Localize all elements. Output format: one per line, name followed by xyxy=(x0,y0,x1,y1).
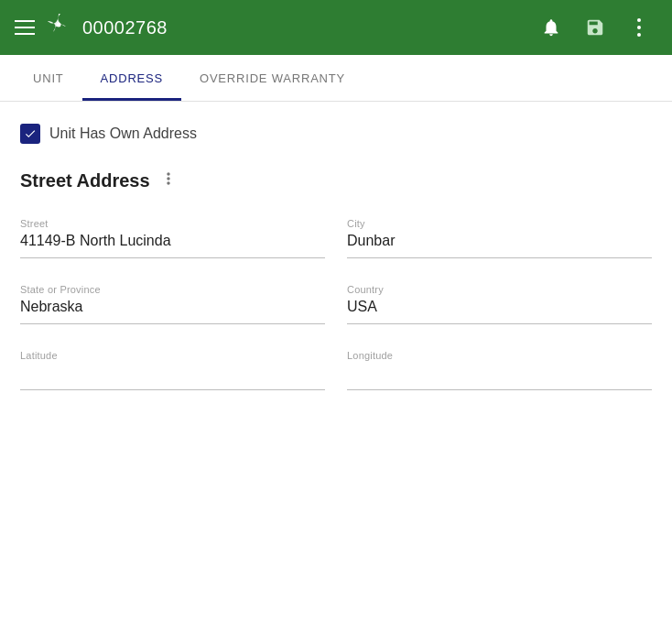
notification-button[interactable] xyxy=(533,9,569,46)
street-address-title: Street Address xyxy=(20,170,150,191)
state-label: State or Province xyxy=(20,284,325,295)
latitude-label: Latitude xyxy=(20,350,325,361)
longitude-field: Longitude xyxy=(347,350,652,390)
unit-own-address-row: Unit Has Own Address xyxy=(20,124,652,144)
address-form: Street 41149-B North Lucinda City Dunbar… xyxy=(20,218,652,416)
street-field: Street 41149-B North Lucinda xyxy=(20,218,325,258)
header-right xyxy=(533,9,657,46)
country-label: Country xyxy=(347,284,652,295)
more-options-button[interactable] xyxy=(621,9,657,46)
country-value[interactable]: USA xyxy=(347,299,652,324)
header-id: 00002768 xyxy=(82,17,168,38)
unit-own-address-checkbox[interactable] xyxy=(20,124,40,144)
longitude-label: Longitude xyxy=(347,350,652,361)
header-left: 00002768 xyxy=(15,12,533,43)
city-field: City Dunbar xyxy=(347,218,652,258)
city-label: City xyxy=(347,218,652,229)
main-content: Unit Has Own Address Street Address Stre… xyxy=(0,102,672,438)
state-field: State or Province Nebraska xyxy=(20,284,325,324)
tab-bar: UNIT ADDRESS OVERRIDE WARRANTY xyxy=(0,55,672,102)
tab-override-warranty[interactable]: OVERRIDE WARRANTY xyxy=(181,55,363,101)
menu-button[interactable] xyxy=(15,20,35,35)
tab-address[interactable]: ADDRESS xyxy=(82,55,181,101)
unit-own-address-label: Unit Has Own Address xyxy=(49,126,197,142)
save-button[interactable] xyxy=(577,9,613,46)
street-value[interactable]: 41149-B North Lucinda xyxy=(20,233,325,258)
latitude-field: Latitude xyxy=(20,350,325,390)
longitude-value[interactable] xyxy=(347,365,652,390)
state-value[interactable]: Nebraska xyxy=(20,299,325,324)
svg-point-0 xyxy=(57,23,61,27)
city-value[interactable]: Dunbar xyxy=(347,233,652,258)
more-vert-icon xyxy=(637,18,641,37)
street-address-section-header: Street Address xyxy=(20,169,652,192)
country-field: Country USA xyxy=(347,284,652,324)
street-label: Street xyxy=(20,218,325,229)
latitude-value[interactable] xyxy=(20,365,325,390)
app-logo-icon xyxy=(46,12,71,43)
app-header: 00002768 xyxy=(0,0,672,55)
tab-unit[interactable]: UNIT xyxy=(15,55,82,101)
section-more-options-button[interactable] xyxy=(159,169,178,192)
